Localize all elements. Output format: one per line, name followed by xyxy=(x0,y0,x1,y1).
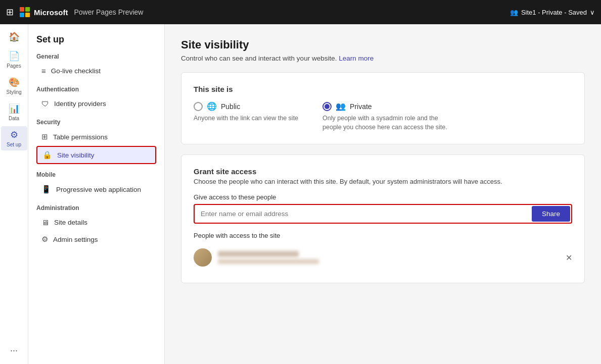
share-input-row: Share xyxy=(194,204,572,224)
visibility-radio-group: 🌐 Public Anyone with the link can view t… xyxy=(194,101,572,132)
page-subtitle: Control who can see and interact with yo… xyxy=(181,55,585,62)
logo: Microsoft Power Pages Preview xyxy=(20,7,143,17)
chevron-down-icon: ∨ xyxy=(590,9,595,16)
pages-icon: 📄 xyxy=(9,50,20,62)
public-radio[interactable] xyxy=(194,102,203,111)
share-button[interactable]: Share xyxy=(532,206,570,222)
topbar: ⊞ Microsoft Power Pages Preview 👥 Site1 … xyxy=(0,0,601,24)
site-visibility-card: This site is 🌐 Public Anyone with the li… xyxy=(181,72,585,144)
rail-item-styling[interactable]: 🎨 Styling xyxy=(1,74,27,98)
rail-item-data[interactable]: 📊 Data xyxy=(1,100,27,124)
sidebar-item-site-details[interactable]: 🖥 Site details xyxy=(36,215,156,230)
grant-title: Grant site access xyxy=(194,167,572,176)
rail-item-home[interactable]: 🏠 xyxy=(1,28,27,45)
main-content: Site visibility Control who can see and … xyxy=(165,24,601,364)
site-info-text: Site1 - Private - Saved xyxy=(521,9,587,16)
private-description: Only people with a sysadmin role and the… xyxy=(322,114,454,132)
private-label: Private xyxy=(350,102,372,111)
microsoft-logo xyxy=(20,7,30,17)
site-info-icon: 👥 xyxy=(510,9,518,16)
sidebar-section-mobile: Mobile xyxy=(36,171,156,178)
sidebar-item-admin-settings[interactable]: ⚙ Admin settings xyxy=(36,231,156,247)
shield-icon: 🛡 xyxy=(41,99,49,108)
rail-item-pages[interactable]: 📄 Pages xyxy=(1,47,27,72)
app-name: Power Pages Preview xyxy=(74,8,144,16)
grid-icon[interactable]: ⊞ xyxy=(6,7,14,18)
styling-icon: 🎨 xyxy=(9,77,20,88)
admin-gear-icon: ⚙ xyxy=(41,235,48,244)
public-option[interactable]: 🌐 Public Anyone with the link can view t… xyxy=(194,101,298,132)
globe-icon: 🌐 xyxy=(207,101,217,111)
sidebar-item-label: Site visibility xyxy=(57,151,95,159)
page-title: Site visibility xyxy=(181,38,585,51)
sidebar-item-label: Progressive web application xyxy=(56,186,141,193)
sidebar-item-pwa[interactable]: 📱 Progressive web application xyxy=(36,181,156,197)
person-info xyxy=(218,251,560,264)
person-row: ✕ xyxy=(194,244,572,271)
site-selector[interactable]: 👥 Site1 - Private - Saved ∨ xyxy=(510,9,595,16)
sidebar-item-label: Go-live checklist xyxy=(51,67,101,75)
lock-icon: 🔒 xyxy=(42,150,52,160)
data-icon: 📊 xyxy=(9,103,20,114)
learn-more-link[interactable]: Learn more xyxy=(339,55,374,62)
person-name-blurred xyxy=(218,251,299,257)
sidebar-item-identity-providers[interactable]: 🛡 Identity providers xyxy=(36,96,156,112)
grant-access-card: Grant site access Choose the people who … xyxy=(181,154,585,283)
public-label: Public xyxy=(221,102,240,111)
person-icon: 👥 xyxy=(336,101,346,111)
sidebar-item-table-permissions[interactable]: ⊞ Table permissions xyxy=(36,129,156,145)
remove-person-button[interactable]: ✕ xyxy=(566,253,572,263)
private-radio[interactable] xyxy=(322,102,332,111)
sidebar: Set up General ≡ Go-live checklist Authe… xyxy=(28,24,165,364)
icon-rail: 🏠 📄 Pages 🎨 Styling 📊 Data ⚙ Set up ··· xyxy=(0,24,28,364)
private-option[interactable]: 👥 Private Only people with a sysadmin ro… xyxy=(322,101,454,132)
people-access-title: People with access to the site xyxy=(194,232,572,239)
monitor-icon: 🖥 xyxy=(41,218,49,227)
email-input[interactable] xyxy=(196,206,528,222)
rail-data-label: Data xyxy=(9,116,19,121)
sidebar-title: Set up xyxy=(36,34,156,45)
sidebar-item-label: Table permissions xyxy=(53,133,108,141)
checklist-icon: ≡ xyxy=(41,67,46,75)
sidebar-section-security: Security xyxy=(36,119,156,126)
sidebar-item-label: Identity providers xyxy=(54,100,106,108)
setup-icon: ⚙ xyxy=(10,129,18,140)
give-access-label: Give access to these people xyxy=(194,193,572,201)
table-icon: ⊞ xyxy=(41,132,48,141)
company-name: Microsoft xyxy=(34,8,68,17)
sidebar-section-general: General xyxy=(36,53,156,60)
sidebar-item-go-live-checklist[interactable]: ≡ Go-live checklist xyxy=(36,63,156,79)
public-description: Anyone with the link can view the site xyxy=(194,114,298,123)
rail-setup-label: Set up xyxy=(7,142,21,147)
avatar xyxy=(194,248,212,267)
rail-styling-label: Styling xyxy=(6,89,21,95)
rail-more[interactable]: ··· xyxy=(10,345,18,356)
sidebar-item-label: Admin settings xyxy=(53,236,98,243)
sidebar-section-administration: Administration xyxy=(36,204,156,212)
rail-pages-label: Pages xyxy=(7,63,21,69)
home-icon: 🏠 xyxy=(9,31,20,42)
grant-description: Choose the people who can interact with … xyxy=(194,178,572,185)
this-site-is-label: This site is xyxy=(194,85,572,93)
sidebar-item-site-visibility[interactable]: 🔒 Site visibility xyxy=(36,146,156,164)
rail-item-setup[interactable]: ⚙ Set up xyxy=(1,126,27,150)
person-email-blurred xyxy=(218,259,319,264)
sidebar-section-authentication: Authentication xyxy=(36,86,156,93)
mobile-icon: 📱 xyxy=(41,185,51,194)
sidebar-item-label: Site details xyxy=(54,219,87,226)
